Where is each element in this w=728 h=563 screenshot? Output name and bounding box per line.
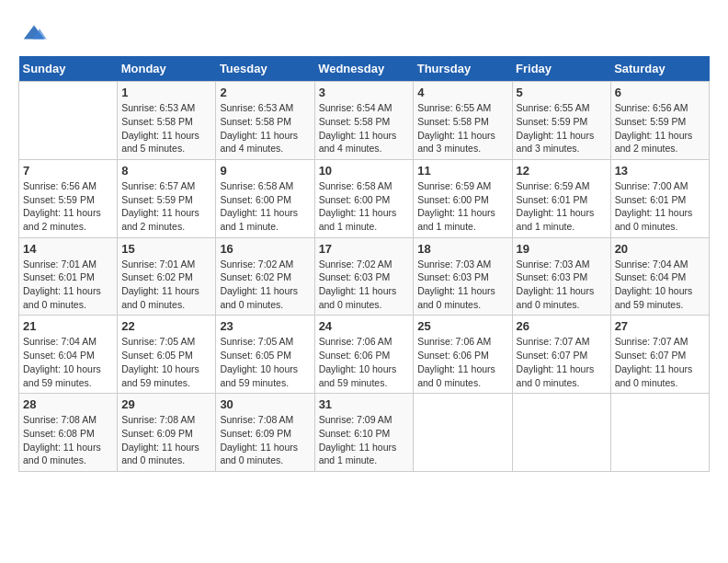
day-info: Sunrise: 7:07 AM Sunset: 6:07 PM Dayligh… <box>517 335 607 389</box>
day-info: Sunrise: 6:56 AM Sunset: 5:59 PM Dayligh… <box>23 179 113 234</box>
day-info: Sunrise: 7:08 AM Sunset: 6:09 PM Dayligh… <box>220 413 310 467</box>
logo-icon <box>20 18 48 46</box>
day-info: Sunrise: 6:59 AM Sunset: 6:00 PM Dayligh… <box>417 179 507 234</box>
calendar-cell <box>414 394 512 472</box>
calendar-cell: 14Sunrise: 7:01 AM Sunset: 6:01 PM Dayli… <box>19 237 118 316</box>
week-row-2: 7Sunrise: 6:56 AM Sunset: 5:59 PM Daylig… <box>19 159 710 237</box>
calendar-cell: 19Sunrise: 7:03 AM Sunset: 6:03 PM Dayli… <box>512 237 610 316</box>
calendar-cell: 25Sunrise: 7:06 AM Sunset: 6:06 PM Dayli… <box>414 316 512 394</box>
day-number: 28 <box>23 397 113 411</box>
day-info: Sunrise: 7:01 AM Sunset: 6:02 PM Dayligh… <box>121 258 211 312</box>
calendar-cell: 30Sunrise: 7:08 AM Sunset: 6:09 PM Dayli… <box>216 394 314 472</box>
calendar-cell: 2Sunrise: 6:53 AM Sunset: 5:58 PM Daylig… <box>216 82 314 160</box>
day-number: 1 <box>121 86 211 99</box>
day-number: 21 <box>23 319 113 333</box>
day-info: Sunrise: 6:58 AM Sunset: 6:00 PM Dayligh… <box>220 179 310 234</box>
week-row-5: 28Sunrise: 7:08 AM Sunset: 6:08 PM Dayli… <box>19 394 710 472</box>
day-info: Sunrise: 6:59 AM Sunset: 6:01 PM Dayligh… <box>517 179 607 234</box>
day-number: 4 <box>417 86 507 99</box>
day-info: Sunrise: 7:07 AM Sunset: 6:07 PM Dayligh… <box>615 335 705 389</box>
logo-text <box>18 18 48 51</box>
day-info: Sunrise: 6:53 AM Sunset: 5:58 PM Dayligh… <box>121 101 211 155</box>
day-info: Sunrise: 7:09 AM Sunset: 6:10 PM Dayligh… <box>319 413 410 467</box>
day-info: Sunrise: 7:04 AM Sunset: 6:04 PM Dayligh… <box>615 258 705 312</box>
day-info: Sunrise: 7:06 AM Sunset: 6:06 PM Dayligh… <box>417 335 507 389</box>
day-info: Sunrise: 7:05 AM Sunset: 6:05 PM Dayligh… <box>220 335 310 389</box>
calendar-cell: 24Sunrise: 7:06 AM Sunset: 6:06 PM Dayli… <box>314 316 414 394</box>
day-number: 6 <box>615 86 705 99</box>
calendar-cell: 29Sunrise: 7:08 AM Sunset: 6:09 PM Dayli… <box>118 394 216 472</box>
day-info: Sunrise: 7:02 AM Sunset: 6:03 PM Dayligh… <box>319 258 410 312</box>
day-number: 12 <box>517 164 607 178</box>
week-row-3: 14Sunrise: 7:01 AM Sunset: 6:01 PM Dayli… <box>19 237 710 316</box>
week-row-4: 21Sunrise: 7:04 AM Sunset: 6:04 PM Dayli… <box>19 316 710 394</box>
day-info: Sunrise: 7:06 AM Sunset: 6:06 PM Dayligh… <box>319 335 410 389</box>
day-number: 26 <box>517 319 607 333</box>
calendar-cell: 27Sunrise: 7:07 AM Sunset: 6:07 PM Dayli… <box>610 316 709 394</box>
calendar-cell: 9Sunrise: 6:58 AM Sunset: 6:00 PM Daylig… <box>216 159 314 237</box>
week-row-1: 1Sunrise: 6:53 AM Sunset: 5:58 PM Daylig… <box>19 82 710 160</box>
calendar-cell: 18Sunrise: 7:03 AM Sunset: 6:03 PM Dayli… <box>414 237 512 316</box>
calendar-cell: 31Sunrise: 7:09 AM Sunset: 6:10 PM Dayli… <box>314 394 414 472</box>
day-number: 2 <box>220 86 310 99</box>
day-number: 30 <box>220 397 310 411</box>
day-number: 11 <box>417 164 507 178</box>
day-number: 10 <box>319 164 410 178</box>
weekday-header-sunday: Sunday <box>19 56 118 82</box>
calendar-cell: 8Sunrise: 6:57 AM Sunset: 5:59 PM Daylig… <box>118 159 216 237</box>
weekday-header-monday: Monday <box>118 56 216 82</box>
day-number: 23 <box>220 319 310 333</box>
calendar-cell: 17Sunrise: 7:02 AM Sunset: 6:03 PM Dayli… <box>314 237 414 316</box>
logo <box>18 18 48 47</box>
day-info: Sunrise: 7:00 AM Sunset: 6:01 PM Dayligh… <box>615 179 705 234</box>
calendar-cell: 7Sunrise: 6:56 AM Sunset: 5:59 PM Daylig… <box>19 159 118 237</box>
calendar-cell: 15Sunrise: 7:01 AM Sunset: 6:02 PM Dayli… <box>118 237 216 316</box>
day-number: 27 <box>615 319 705 333</box>
day-number: 24 <box>319 319 410 333</box>
weekday-header-row: SundayMondayTuesdayWednesdayThursdayFrid… <box>19 56 710 82</box>
day-number: 5 <box>517 86 607 99</box>
day-info: Sunrise: 7:08 AM Sunset: 6:09 PM Dayligh… <box>121 413 211 467</box>
day-number: 14 <box>23 242 113 256</box>
day-number: 8 <box>121 164 211 178</box>
day-number: 22 <box>121 319 211 333</box>
calendar-table: SundayMondayTuesdayWednesdayThursdayFrid… <box>18 56 710 472</box>
calendar-cell: 5Sunrise: 6:55 AM Sunset: 5:59 PM Daylig… <box>512 82 610 160</box>
calendar-cell: 16Sunrise: 7:02 AM Sunset: 6:02 PM Dayli… <box>216 237 314 316</box>
calendar-cell: 23Sunrise: 7:05 AM Sunset: 6:05 PM Dayli… <box>216 316 314 394</box>
day-info: Sunrise: 6:55 AM Sunset: 5:58 PM Dayligh… <box>417 101 507 155</box>
day-info: Sunrise: 7:01 AM Sunset: 6:01 PM Dayligh… <box>23 258 113 312</box>
weekday-header-friday: Friday <box>512 56 610 82</box>
day-number: 25 <box>417 319 507 333</box>
calendar-cell: 10Sunrise: 6:58 AM Sunset: 6:00 PM Dayli… <box>314 159 414 237</box>
day-number: 13 <box>615 164 705 178</box>
weekday-header-wednesday: Wednesday <box>314 56 414 82</box>
calendar-cell: 11Sunrise: 6:59 AM Sunset: 6:00 PM Dayli… <box>414 159 512 237</box>
calendar-cell: 22Sunrise: 7:05 AM Sunset: 6:05 PM Dayli… <box>118 316 216 394</box>
calendar-cell: 20Sunrise: 7:04 AM Sunset: 6:04 PM Dayli… <box>610 237 709 316</box>
day-info: Sunrise: 7:08 AM Sunset: 6:08 PM Dayligh… <box>23 413 113 467</box>
calendar-cell: 3Sunrise: 6:54 AM Sunset: 5:58 PM Daylig… <box>314 82 414 160</box>
weekday-header-tuesday: Tuesday <box>216 56 314 82</box>
day-number: 17 <box>319 242 410 256</box>
day-number: 3 <box>319 86 410 99</box>
day-number: 18 <box>417 242 507 256</box>
day-number: 20 <box>615 242 705 256</box>
day-info: Sunrise: 6:54 AM Sunset: 5:58 PM Dayligh… <box>319 101 410 155</box>
day-number: 9 <box>220 164 310 178</box>
calendar-cell <box>19 82 118 160</box>
day-info: Sunrise: 7:04 AM Sunset: 6:04 PM Dayligh… <box>23 335 113 389</box>
weekday-header-thursday: Thursday <box>414 56 512 82</box>
day-info: Sunrise: 6:58 AM Sunset: 6:00 PM Dayligh… <box>319 179 410 234</box>
day-info: Sunrise: 7:03 AM Sunset: 6:03 PM Dayligh… <box>517 258 607 312</box>
calendar-cell: 1Sunrise: 6:53 AM Sunset: 5:58 PM Daylig… <box>118 82 216 160</box>
day-info: Sunrise: 6:56 AM Sunset: 5:59 PM Dayligh… <box>615 101 705 155</box>
day-number: 7 <box>23 164 113 178</box>
calendar-cell: 26Sunrise: 7:07 AM Sunset: 6:07 PM Dayli… <box>512 316 610 394</box>
day-number: 31 <box>319 397 410 411</box>
calendar-cell: 6Sunrise: 6:56 AM Sunset: 5:59 PM Daylig… <box>610 82 709 160</box>
calendar-cell <box>512 394 610 472</box>
weekday-header-saturday: Saturday <box>610 56 709 82</box>
day-info: Sunrise: 6:53 AM Sunset: 5:58 PM Dayligh… <box>220 101 310 155</box>
day-number: 15 <box>121 242 211 256</box>
